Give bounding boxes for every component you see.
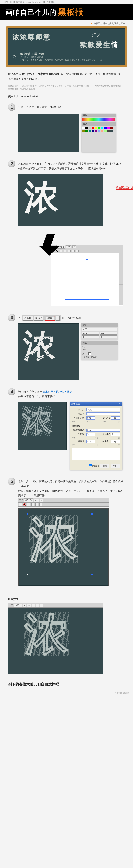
dlg-label: 路径重叠(O): [72, 416, 85, 419]
step-num-1: 1 [8, 103, 15, 111]
dlg-field[interactable]: 5 px [111, 416, 120, 420]
dlg-field[interactable]: 0 px [86, 416, 95, 420]
bar-field[interactable]: 圆形(B) [34, 316, 43, 320]
tool-line: 使用工具：Adobe Illustrator [0, 93, 133, 101]
toolbar-chip[interactable]: Da [66, 245, 71, 248]
dlg-field[interactable]: 36 [86, 412, 120, 415]
toolbar-chip[interactable]: ≡ [40, 499, 43, 502]
dlg-field[interactable]: 1 [111, 433, 120, 436]
leaf-icon [90, 32, 100, 38]
panel-title: 颜色 [82, 114, 116, 118]
step-3b: 打开 "外观" 选项 [62, 316, 81, 319]
dlg-tick: 尖锐 [72, 437, 75, 439]
banner-accent: 黑板报 [58, 6, 84, 18]
bar-field-hl[interactable]: 圆(句) [45, 316, 55, 321]
tool-icon[interactable] [27, 503, 30, 506]
panel-row: 不透明度：默认值 [82, 356, 97, 359]
stroke-icon[interactable] [23, 503, 26, 506]
step-5-text: 最后一步，虽然很麻烦的成分，但是往往就是最后一步所调的无用功，反而能提升整个效果… [18, 478, 125, 498]
toolbar-chip[interactable]: 点P-(O) [24, 498, 33, 502]
bar-field-inner: 圆(句) [46, 317, 54, 320]
banner-main: 画咱自己个儿的 [6, 8, 57, 17]
scribble-char: 浓 [22, 406, 52, 436]
tool-icon[interactable] [32, 604, 35, 607]
dlg-tick: 紧密 [72, 444, 75, 446]
tool-icon[interactable] [39, 503, 42, 506]
panel-title: 文字 [81, 323, 118, 327]
ok-button[interactable]: 确定 [100, 464, 109, 468]
dlg-field[interactable]: 5 [86, 433, 95, 436]
tool-icon[interactable] [31, 503, 34, 506]
dlg-field[interactable]: 0.5 px [111, 440, 120, 443]
step-3a: 去 [18, 316, 22, 319]
cancel-button[interactable]: 取消 [110, 464, 120, 468]
footer-credit: ©必须有所设计 [0, 691, 133, 697]
tool-icon[interactable] [64, 250, 67, 252]
step-num-2: 2 [8, 160, 15, 167]
tool-icon[interactable] [72, 250, 75, 252]
panel-field[interactable]: 0 [82, 336, 99, 338]
hero-line1: 浓浓尊师意 [12, 33, 121, 41]
big-char: 浓 [24, 180, 59, 214]
step-3-screenshot: 浓 文字 方正… 12 ptauto 00 外观 文字 字符 填色： 不透明度：… [18, 323, 125, 380]
toolbar-chip[interactable]: ≡ [27, 604, 31, 607]
toolbar-font-label: 文字 [9, 604, 13, 607]
appearance-panel: 外观 文字 字符 填色： 不透明度：默认值 [81, 341, 118, 360]
step-2-text: 教程就画一个字好了，字的多少不受影响，通常做这种字需画一个边框的字体，即使SD字… [18, 160, 125, 171]
cracked-char: 浓 [23, 330, 56, 362]
outro-text: 剩下的各位大仙儿们自由发挥吧~~~~ [0, 675, 133, 691]
bar-field[interactable]: - [56, 316, 60, 320]
dlg-label: 描边宽度(W): [72, 429, 85, 431]
dlg-label: 设置(T): [72, 408, 85, 411]
dlg-label: 角度(A): [72, 412, 85, 415]
tool-icon[interactable] [60, 250, 62, 252]
chalk-char-final: 浓 [25, 612, 69, 656]
toolbar-chip[interactable]: 方正… [14, 603, 22, 607]
ai-toolbar: 文字 点P-(O) Da ≡ [51, 245, 123, 249]
s4-menu: 效果菜单 > 风格化 > 涂抹 [43, 390, 72, 393]
tool-icon[interactable] [35, 503, 38, 506]
hero-group-name: 教师节主题活动 [21, 52, 102, 56]
tool-icon[interactable] [40, 604, 43, 607]
sublink-row: ◆ 特教不活明白也是贵得课老师换 [0, 20, 133, 26]
preview-checkbox[interactable]: 预览(P) [89, 464, 99, 468]
panel-field[interactable]: 方正… [82, 328, 117, 331]
sublink[interactable]: 特教不活明白也是贵得课老师换 [94, 22, 125, 25]
dlg-field[interactable]: 3 px [86, 429, 120, 432]
dlg-tick: 宽 [118, 421, 120, 423]
step-1-screenshot: 颜色 色板 [18, 114, 125, 152]
hero-line2-main: 款款爱生 [80, 41, 111, 49]
dlg-tick: 中央 [87, 421, 91, 423]
panel-title: 外观 [81, 341, 118, 345]
tool-icon[interactable] [68, 250, 71, 252]
dlg-tick: 平顺 [95, 437, 98, 439]
toolbar-chip[interactable]: ≡ [72, 245, 76, 248]
dlg-label: 间距(S): [72, 440, 85, 443]
fill-icon[interactable] [19, 503, 22, 506]
fill-swatch[interactable] [88, 352, 91, 355]
hero-row2b: 负责同学：教师节同个校庆 教师节同个校庆十名牌佳缘有十一场 [45, 59, 102, 61]
panel-field[interactable]: 12 pt [82, 332, 99, 335]
bar-field[interactable]: 线条(C) [23, 316, 33, 320]
s4b: 参数你随意自己个儿看着来就行 [18, 395, 55, 398]
final-screenshot: 文字 方正… - ≡ 浓 [8, 603, 103, 675]
tool-icon[interactable] [36, 604, 39, 607]
close-icon[interactable]: × [120, 403, 121, 406]
panel-field[interactable]: auto [100, 332, 117, 335]
gradient-bar [82, 118, 115, 121]
dlg-field[interactable]: 自定义 [86, 408, 120, 411]
tool-icon[interactable] [76, 250, 79, 252]
intro-1a: 废话不多说 [8, 72, 22, 75]
flower-icon [12, 54, 19, 60]
hero-row2a: 任课地点：思意楼六V行 [21, 59, 42, 61]
dlg-label: 曲度(C): [72, 433, 85, 436]
step-4: 4 选中新的填色，执行 效果菜单 > 风格化 > 涂抹 参数你随意自己个儿看着来… [0, 386, 133, 476]
step-num-4: 4 [8, 388, 15, 396]
toolbar-chip[interactable]: - [23, 604, 26, 607]
toolbar-chip[interactable]: Da [34, 499, 39, 502]
dlg-field[interactable]: 5 px [86, 440, 95, 443]
dlg-tick: 松散 [95, 444, 98, 446]
panel-field[interactable]: 0 [100, 336, 117, 338]
hero-row1: 活动同名：493 网学院V1 [21, 56, 102, 59]
color-panel: 颜色 色板 [82, 114, 116, 152]
